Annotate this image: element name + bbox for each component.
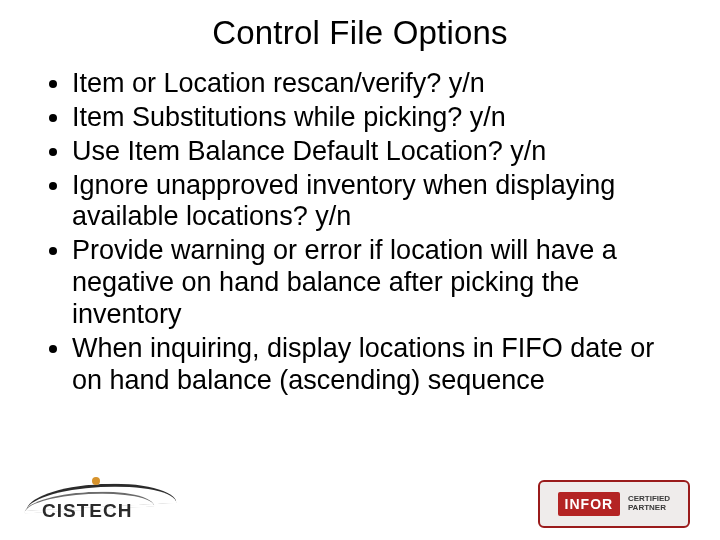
infor-partner-label: PARTNER — [628, 504, 670, 513]
infor-partner-badge: INFOR CERTIFIED PARTNER — [538, 480, 690, 528]
list-item: Ignore unapproved inventory when display… — [72, 170, 682, 234]
list-item: Use Item Balance Default Location? y/n — [72, 136, 682, 168]
list-item: Provide warning or error if location wil… — [72, 235, 682, 331]
list-item: When inquiring, display locations in FIF… — [72, 333, 682, 397]
infor-wordmark: INFOR — [558, 492, 620, 516]
infor-badge-text: CERTIFIED PARTNER — [628, 495, 670, 513]
slide-title: Control File Options — [0, 0, 720, 52]
bullet-list: Item or Location rescan/verify? y/n Item… — [38, 68, 682, 397]
footer: CISTECH INFOR CERTIFIED PARTNER — [0, 478, 720, 528]
cistech-wordmark: CISTECH — [42, 500, 132, 522]
slide-body: Item or Location rescan/verify? y/n Item… — [0, 52, 720, 397]
cistech-logo: CISTECH — [24, 478, 199, 528]
slide: Control File Options Item or Location re… — [0, 0, 720, 540]
cistech-dot-icon — [92, 477, 100, 485]
list-item: Item Substitutions while picking? y/n — [72, 102, 682, 134]
list-item: Item or Location rescan/verify? y/n — [72, 68, 682, 100]
